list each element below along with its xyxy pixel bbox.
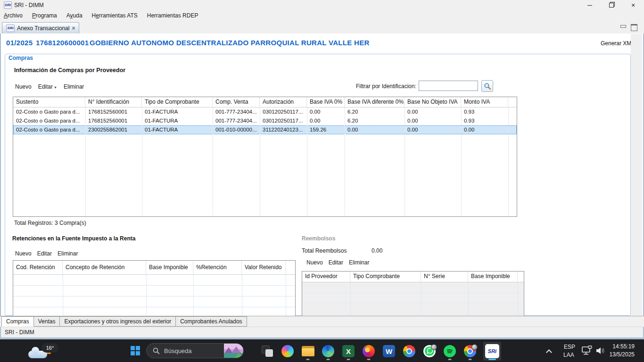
column-header[interactable]: Base IVA diferente 0% bbox=[345, 97, 405, 107]
column-header[interactable]: Tipo de Comprobante bbox=[142, 97, 213, 107]
chrome-profile-button[interactable] bbox=[463, 342, 477, 361]
notification-badge bbox=[431, 344, 437, 350]
taskbar-icons: X W SRi bbox=[260, 341, 501, 361]
network-icon[interactable] bbox=[581, 346, 593, 356]
column-header[interactable]: Id Proveedor bbox=[302, 272, 350, 282]
total-reembolsos-value: 0.00 bbox=[372, 247, 382, 254]
nuevo-button[interactable]: Nuevo bbox=[15, 83, 32, 90]
copilot-button[interactable] bbox=[281, 342, 295, 361]
section-tabbar: Compras Ventas Exportaciones y otros ing… bbox=[0, 316, 644, 327]
taskbar: 16° Búsqueda X W bbox=[0, 339, 644, 362]
menu-herramientas-ats[interactable]: Herramientas ATS bbox=[87, 10, 142, 21]
whatsapp-button[interactable] bbox=[422, 342, 437, 361]
excel-button[interactable]: X bbox=[341, 342, 355, 361]
minimize-button[interactable] bbox=[579, 0, 601, 10]
vertical-scrollbar[interactable] bbox=[631, 34, 642, 326]
window-titlebar: SRi SRI - DIMM × bbox=[0, 0, 644, 10]
menu-ayuda[interactable]: Ayuda bbox=[62, 10, 87, 21]
column-header[interactable]: Sustento bbox=[13, 97, 85, 107]
column-header[interactable]: Monto IVA bbox=[461, 97, 508, 107]
profile-badge bbox=[471, 344, 478, 350]
minimize-view-icon[interactable] bbox=[620, 24, 627, 30]
column-header[interactable]: Base Imponible bbox=[146, 261, 193, 274]
column-header[interactable]: Tipo Comprobante bbox=[350, 272, 421, 282]
task-view-button[interactable] bbox=[260, 342, 274, 361]
chevron-down-icon: ▼ bbox=[54, 86, 57, 89]
maximize-view-icon[interactable] bbox=[631, 24, 637, 30]
reem-editar-button[interactable]: Editar bbox=[329, 259, 343, 266]
column-header[interactable]: Cod. Retención bbox=[13, 261, 63, 274]
column-header[interactable]: Base IVA 0% bbox=[307, 97, 345, 107]
column-header[interactable]: %Retención bbox=[193, 261, 242, 274]
word-icon: W bbox=[383, 345, 395, 357]
clock-date[interactable]: 13/5/2025 bbox=[610, 351, 635, 358]
input-layout[interactable]: LAA bbox=[563, 352, 574, 358]
column-header[interactable]: Base No Objeto IVA bbox=[405, 97, 461, 107]
hidden-icons-chevron[interactable] bbox=[547, 349, 551, 354]
total-reembolsos-label: Total Reembolsos bbox=[302, 247, 347, 254]
ret-editar-button[interactable]: Editar bbox=[37, 250, 52, 257]
tab-comprobantes-anulados[interactable]: Comprobantes Anulados bbox=[176, 316, 247, 327]
tab-anexo-transaccional[interactable]: SRi Anexo Transaccional × bbox=[2, 22, 79, 34]
copilot-icon bbox=[281, 345, 294, 357]
task-view-icon bbox=[262, 346, 273, 357]
reem-nuevo-button[interactable]: Nuevo bbox=[306, 259, 323, 266]
reem-eliminar-button[interactable]: Eliminar bbox=[349, 259, 369, 266]
input-language[interactable]: ESP bbox=[564, 344, 575, 350]
taskbar-search[interactable]: Búsqueda bbox=[146, 343, 244, 358]
column-separators bbox=[13, 107, 517, 216]
excel-icon: X bbox=[342, 345, 355, 357]
ret-eliminar-button[interactable]: Eliminar bbox=[58, 250, 78, 257]
retenciones-table-header: Cod. RetenciónConcepto de RetenciónBase … bbox=[13, 261, 295, 275]
folder-icon bbox=[302, 346, 314, 356]
filter-search-button[interactable] bbox=[481, 80, 493, 92]
tab-compras[interactable]: Compras bbox=[1, 316, 34, 327]
speaker-icon[interactable] bbox=[595, 346, 605, 355]
clock-time[interactable]: 14:55:19 bbox=[612, 343, 635, 350]
column-header[interactable]: Comp. Venta bbox=[213, 97, 260, 107]
generar-xml-button[interactable]: Generar XML bbox=[601, 40, 635, 47]
edge-button[interactable] bbox=[321, 342, 335, 361]
search-placeholder: Búsqueda bbox=[164, 347, 224, 354]
retenciones-toolbar: Nuevo Editar Eliminar bbox=[15, 250, 78, 257]
compras-table: SustentoN° IdentificaciónTipo de Comprob… bbox=[13, 97, 517, 217]
column-separators bbox=[13, 275, 295, 316]
file-explorer-button[interactable] bbox=[301, 342, 315, 361]
menu-herramientas-rdep[interactable]: Herramientas RDEP bbox=[142, 10, 203, 21]
word-button[interactable]: W bbox=[382, 342, 396, 361]
temperature-badge: 16° bbox=[41, 343, 58, 353]
filter-input[interactable] bbox=[419, 81, 478, 91]
column-header[interactable]: Concepto de Retención bbox=[63, 261, 146, 274]
tab-ventas[interactable]: Ventas bbox=[34, 316, 60, 327]
column-header[interactable]: N° Identificación bbox=[85, 97, 142, 107]
eliminar-button[interactable]: Eliminar bbox=[64, 83, 84, 90]
column-separators bbox=[302, 282, 524, 316]
taxpayer-name: GOBIERNO AUTONOMO DESCENTRALIZADO PARROQ… bbox=[90, 39, 370, 47]
tab-exportaciones[interactable]: Exportaciones y otros ingresos del exter… bbox=[60, 316, 176, 327]
chrome-icon bbox=[464, 345, 476, 357]
ret-nuevo-button[interactable]: Nuevo bbox=[15, 250, 32, 257]
statusbar-text: SRI - DIMM bbox=[5, 329, 34, 336]
editar-dropdown[interactable]: Editar▼ bbox=[38, 83, 57, 90]
chrome-button[interactable] bbox=[402, 342, 416, 361]
statusbar: SRI - DIMM bbox=[0, 327, 644, 337]
start-button[interactable] bbox=[131, 346, 140, 355]
close-button[interactable]: × bbox=[622, 0, 644, 10]
restore-button[interactable] bbox=[601, 0, 622, 10]
window-title: SRI - DIMM bbox=[14, 2, 44, 8]
column-header[interactable]: Valor Retenido bbox=[242, 261, 286, 274]
column-header[interactable]: Base Imponible bbox=[468, 272, 518, 282]
column-header[interactable]: N° Serie bbox=[421, 272, 468, 282]
tab-close-icon[interactable]: × bbox=[72, 25, 75, 32]
reembolsos-title: Reembolsos bbox=[302, 235, 335, 242]
spotify-button[interactable] bbox=[443, 342, 457, 361]
weather-widget[interactable]: 16° bbox=[27, 341, 65, 361]
menu-archivo[interactable]: Archivo bbox=[0, 10, 27, 21]
compras-table-header: SustentoN° IdentificaciónTipo de Comprob… bbox=[13, 97, 517, 107]
filter-label: Filtrar por Identificacion: bbox=[356, 83, 416, 90]
sri-dimm-button[interactable]: SRi bbox=[483, 342, 501, 361]
chrome-icon bbox=[403, 345, 415, 357]
column-header[interactable]: Autorización bbox=[260, 97, 307, 107]
menu-programa[interactable]: Programa bbox=[27, 10, 62, 21]
firefox-button[interactable] bbox=[362, 342, 376, 361]
